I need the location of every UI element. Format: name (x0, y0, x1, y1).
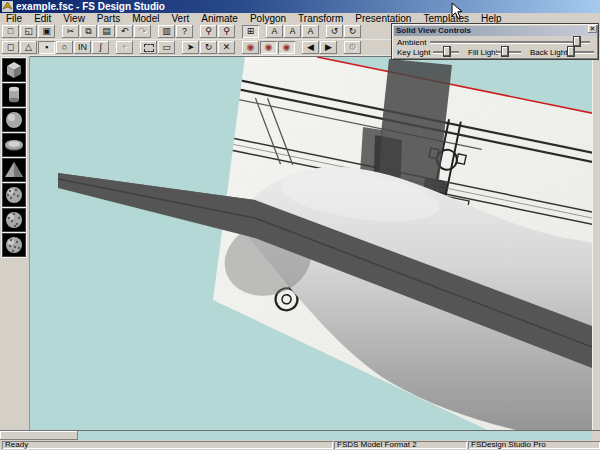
mouse-cursor (451, 2, 463, 24)
move-tool-icon[interactable]: ➤ (182, 41, 199, 54)
toolbar-group: ◻△▪○IN∫ (2, 41, 110, 54)
slider-thumb[interactable] (444, 47, 450, 56)
viewport-scene (30, 57, 592, 431)
status-bar: Ready FSDS Model Format 2 FSDesign Studi… (0, 440, 600, 450)
box-mode-icon[interactable]: ◻ (2, 41, 19, 54)
menu-edit[interactable]: Edit (28, 13, 57, 24)
toolbar-group: ▥? (158, 25, 194, 38)
toolbar-group: ⊞ (242, 25, 260, 38)
next-part-icon[interactable]: ▶ (320, 41, 337, 54)
menu-presentation[interactable]: Presentation (349, 13, 417, 24)
slider-track (496, 51, 521, 53)
polygon-mode-icon[interactable]: △ (20, 41, 37, 54)
solid-view-controls-window[interactable]: Solid View Controls ✕ Ambient Key Light … (392, 24, 598, 59)
slider-thumb[interactable] (574, 37, 580, 46)
copy-icon[interactable]: ⧉ (80, 25, 97, 38)
light-toggle-2-icon[interactable]: ◉ (260, 41, 277, 54)
menu-parts[interactable]: Parts (91, 13, 126, 24)
light-toggle-1-icon[interactable]: ◉ (242, 41, 259, 54)
status-message: Ready (2, 441, 333, 449)
rotate-left-icon[interactable]: ↺ (326, 25, 343, 38)
zoom-out-icon[interactable]: ⚲ (218, 25, 235, 38)
geosphere-primitive-tool-2[interactable] (2, 208, 26, 232)
toolbar-group: ✂⧉▤↶↷ (62, 25, 152, 38)
close-icon[interactable]: ✕ (588, 25, 597, 33)
disk-primitive-tool[interactable] (2, 133, 26, 157)
back-light-slider[interactable] (567, 47, 594, 57)
window-frame-right (592, 56, 600, 430)
save-icon[interactable]: ▣ (38, 25, 55, 38)
ambient-slider[interactable] (430, 37, 590, 47)
menu-bar: FileEditViewPartsModelVertAnimatePolygon… (0, 13, 600, 24)
spline-mode-icon[interactable]: ∫ (92, 41, 109, 54)
title-bar: example.fsc - FS Design Studio (0, 0, 600, 13)
toolbar-group: □◱▣ (2, 25, 56, 38)
primitive-palette (0, 56, 30, 430)
rotate-tool-icon[interactable]: ↻ (200, 41, 217, 54)
menu-animate[interactable]: Animate (195, 13, 244, 24)
select-box-icon[interactable] (140, 41, 157, 54)
window-title: example.fsc - FS Design Studio (16, 1, 165, 12)
open-file-icon[interactable]: ◱ (20, 25, 37, 38)
menu-vert[interactable]: Vert (165, 13, 195, 24)
key-light-slider-label: Key Light (397, 48, 430, 57)
menu-model[interactable]: Model (126, 13, 165, 24)
prev-part-icon[interactable]: ◀ (302, 41, 319, 54)
sphere-primitive-tool[interactable] (2, 108, 26, 132)
ruler-icon[interactable]: ▭ (158, 41, 175, 54)
menu-view[interactable]: View (57, 13, 91, 24)
toolbar-group: ➤↻✕ (182, 41, 236, 54)
app-icon (2, 1, 13, 12)
toolbar-group: ⚙ (344, 41, 362, 54)
axis-z-icon[interactable]: A (302, 25, 319, 38)
point-mode-icon[interactable]: ▪ (38, 41, 55, 54)
scrollbar-corner (592, 431, 600, 440)
redo-icon[interactable]: ↷ (134, 25, 151, 38)
toolbar-group: + (116, 41, 134, 54)
crosshair-icon[interactable]: + (116, 41, 133, 54)
scale-tool-icon[interactable]: ✕ (218, 41, 235, 54)
toolbar-group: ▭ (140, 41, 176, 54)
back-light-slider-label: Back Light (530, 48, 567, 57)
fill-light-slider[interactable] (496, 47, 521, 57)
cylinder-primitive-tool[interactable] (2, 83, 26, 107)
ambient-slider-label: Ambient (397, 38, 426, 47)
fill-light-slider-label: Fill Light (468, 48, 498, 57)
paste-icon[interactable]: ▤ (98, 25, 115, 38)
menu-file[interactable]: File (0, 13, 28, 24)
circle-mode-icon[interactable]: ○ (56, 41, 73, 54)
new-file-icon[interactable]: □ (2, 25, 19, 38)
light-toggle-3-icon[interactable]: ◉ (278, 41, 295, 54)
help-icon[interactable]: ? (176, 25, 193, 38)
status-edition: FSDesign Studio Pro (468, 441, 600, 449)
zoom-in-icon[interactable]: ⚲ (200, 25, 217, 38)
axis-x-icon[interactable]: A (266, 25, 283, 38)
viewport-canvas[interactable] (30, 56, 592, 430)
slider-thumb[interactable] (502, 47, 508, 56)
grid-view-icon[interactable]: ⊞ (242, 25, 259, 38)
axis-y-icon[interactable]: A (284, 25, 301, 38)
print-icon[interactable]: ▥ (158, 25, 175, 38)
menu-polygon[interactable]: Polygon (244, 13, 292, 24)
undo-icon[interactable]: ↶ (116, 25, 133, 38)
toolbar-group: ↺↻ (326, 25, 362, 38)
slider-thumb[interactable] (568, 47, 574, 56)
rotate-right-icon[interactable]: ↻ (344, 25, 361, 38)
h-scrollbar-thumb[interactable] (0, 431, 78, 440)
geosphere-primitive-tool-3[interactable] (2, 233, 26, 257)
key-light-slider[interactable] (433, 47, 459, 57)
insert-mode-icon[interactable]: IN (74, 41, 91, 54)
menu-transform[interactable]: Transform (292, 13, 349, 24)
h-scrollbar[interactable] (0, 430, 600, 440)
box-primitive-tool[interactable] (2, 58, 26, 82)
toolbar-group: ◉◉◉ (242, 41, 296, 54)
toolbar-group: ⚲⚲ (200, 25, 236, 38)
menu-help[interactable]: Help (475, 13, 508, 24)
solid-view-controls-title[interactable]: Solid View Controls (394, 26, 596, 36)
application-window: { "window": { "title": "example.fsc - FS… (0, 0, 600, 450)
menu-templates[interactable]: Templates (417, 13, 475, 24)
geosphere-primitive-tool-1[interactable] (2, 183, 26, 207)
cone-primitive-tool[interactable] (2, 158, 26, 182)
cut-icon[interactable]: ✂ (62, 25, 79, 38)
lock-icon[interactable]: ⚙ (344, 41, 361, 54)
